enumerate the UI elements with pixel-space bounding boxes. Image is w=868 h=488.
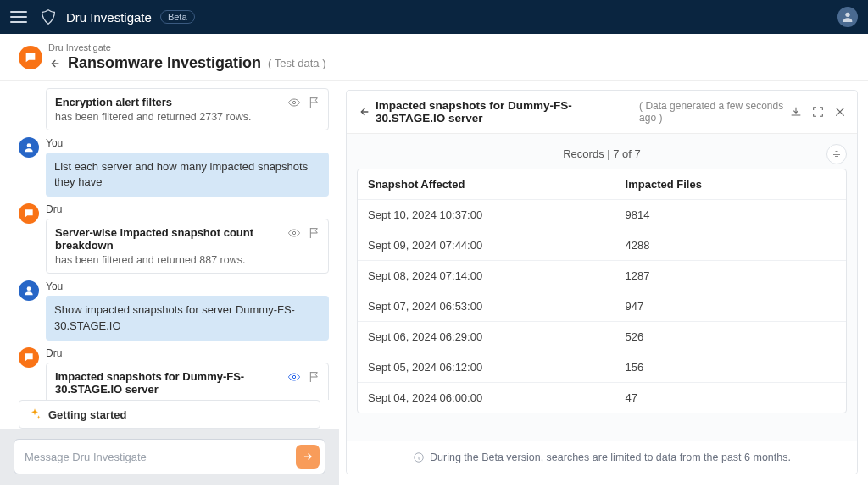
svg-point-0 bbox=[845, 13, 849, 17]
svg-point-1 bbox=[292, 101, 295, 103]
panel-back-icon[interactable] bbox=[357, 105, 370, 119]
menu-icon[interactable] bbox=[10, 11, 27, 23]
results-table: Snapshot Affected Impacted Files Sept 10… bbox=[357, 169, 847, 413]
flag-icon[interactable] bbox=[308, 226, 321, 240]
flag-icon[interactable] bbox=[308, 96, 321, 109]
panel-header: Impacted snapshots for Dummy-FS-30.STAGE… bbox=[347, 91, 857, 134]
table-row[interactable]: Sept 05, 2024 06:12:00156 bbox=[358, 352, 846, 383]
info-icon bbox=[413, 452, 425, 463]
panel-sub: ( Data generated a few seconds ago ) bbox=[639, 100, 784, 124]
table-row[interactable]: Sept 09, 2024 07:44:004288 bbox=[358, 230, 846, 261]
conversation-pane: Encryption alert filters has been filter… bbox=[0, 81, 339, 485]
app-title: Dru Investigate bbox=[66, 10, 152, 25]
author-label: You bbox=[46, 137, 329, 149]
card-title: Server-wise impacted snapshot count brea… bbox=[55, 226, 320, 252]
card-subtext: has been filtered and returned 7 rows. bbox=[55, 398, 320, 400]
composer bbox=[14, 439, 326, 474]
user-message: Show impacted snapshots for server Dummy… bbox=[46, 296, 329, 340]
records-count: Records | 7 of 7 bbox=[563, 147, 641, 160]
eye-icon[interactable] bbox=[287, 226, 301, 240]
close-icon[interactable] bbox=[833, 105, 847, 119]
message-input[interactable] bbox=[25, 451, 296, 463]
result-card[interactable]: Server-wise impacted snapshot count brea… bbox=[46, 219, 329, 274]
table-row[interactable]: Sept 06, 2024 06:29:00526 bbox=[358, 322, 846, 352]
detail-pane: Impacted snapshots for Dummy-FS-30.STAGE… bbox=[339, 81, 868, 485]
filter-button[interactable] bbox=[826, 144, 847, 164]
eye-icon[interactable] bbox=[287, 96, 301, 109]
card-title: Encryption alert filters bbox=[55, 96, 320, 108]
col-snapshot: Snapshot Affected bbox=[368, 178, 626, 191]
table-row[interactable]: Sept 07, 2024 06:53:00947 bbox=[358, 291, 846, 322]
user-avatar-icon bbox=[19, 137, 39, 158]
panel-footer: During the Beta version, searches are li… bbox=[347, 441, 857, 474]
top-bar: Dru Investigate Beta bbox=[0, 0, 868, 34]
expand-icon[interactable] bbox=[811, 105, 825, 119]
bot-avatar-icon bbox=[19, 347, 39, 368]
col-impacted: Impacted Files bbox=[626, 178, 836, 191]
footer-text: During the Beta version, searches are li… bbox=[430, 452, 791, 463]
card-subtext: has been filtered and returned 887 rows. bbox=[55, 254, 320, 266]
page-title: Ransomware Investigation bbox=[68, 54, 261, 72]
page-header: Dru Investigate Ransomware Investigation… bbox=[0, 34, 868, 81]
user-avatar-icon[interactable] bbox=[837, 7, 858, 27]
breadcrumb[interactable]: Dru Investigate bbox=[48, 42, 326, 53]
beta-badge: Beta bbox=[160, 10, 195, 24]
table-row[interactable]: Sept 08, 2024 07:14:001287 bbox=[358, 261, 846, 291]
author-label: Dru bbox=[46, 347, 329, 359]
back-icon[interactable] bbox=[47, 57, 61, 70]
sparkle-icon bbox=[28, 408, 42, 421]
card-subtext: has been filtered and returned 2737 rows… bbox=[55, 111, 320, 123]
svg-point-4 bbox=[27, 287, 31, 291]
send-button[interactable] bbox=[296, 445, 320, 469]
download-icon[interactable] bbox=[789, 105, 803, 119]
page-title-tag: ( Test data ) bbox=[268, 57, 326, 69]
user-message: List each server and how many impacted s… bbox=[46, 152, 329, 197]
panel-title: Impacted snapshots for Dummy-FS-30.STAGE… bbox=[376, 99, 634, 125]
table-header-row: Snapshot Affected Impacted Files bbox=[358, 169, 846, 200]
author-label: You bbox=[46, 280, 329, 292]
table-row[interactable]: Sept 04, 2024 06:00:0047 bbox=[358, 383, 846, 413]
getting-started-button[interactable]: Getting started bbox=[19, 400, 320, 429]
result-card[interactable]: Encryption alert filters has been filter… bbox=[46, 88, 329, 130]
card-title: Impacted snapshots for Dummy-FS-30.STAGE… bbox=[55, 370, 320, 396]
chat-icon bbox=[19, 46, 42, 69]
composer-area bbox=[0, 429, 339, 485]
flag-icon[interactable] bbox=[308, 370, 321, 384]
author-label: Dru bbox=[46, 203, 329, 215]
getting-started-label: Getting started bbox=[48, 408, 126, 421]
svg-point-5 bbox=[292, 375, 295, 378]
eye-icon[interactable] bbox=[287, 370, 301, 384]
table-row[interactable]: Sept 10, 2024 10:37:009814 bbox=[358, 200, 846, 230]
svg-point-2 bbox=[27, 143, 31, 147]
bot-avatar-icon bbox=[19, 203, 39, 224]
user-avatar-icon bbox=[19, 280, 39, 301]
result-card-active[interactable]: Impacted snapshots for Dummy-FS-30.STAGE… bbox=[46, 363, 329, 400]
svg-point-3 bbox=[292, 232, 295, 235]
app-logo-icon bbox=[39, 8, 58, 26]
